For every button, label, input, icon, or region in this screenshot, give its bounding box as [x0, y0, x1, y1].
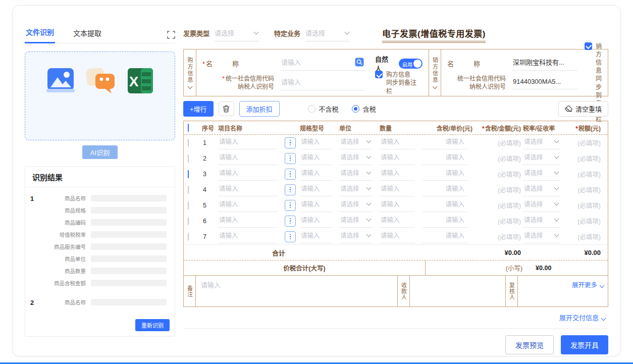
special-business-select[interactable]: 请选择 — [305, 27, 350, 41]
buyer-code-input[interactable]: 请输入 — [280, 76, 365, 90]
row-number: 2 — [202, 155, 218, 162]
tax-mode-radios: 不含税 含税 — [308, 104, 376, 114]
price-input[interactable]: 请输入 — [422, 214, 467, 228]
company-lookup-icon[interactable] — [355, 58, 364, 67]
rate-select[interactable]: 请选择 — [523, 136, 560, 149]
price-input[interactable]: 请输入 — [422, 151, 467, 165]
price-input[interactable]: 请输入 — [422, 230, 467, 243]
table-toolbar: +增行 添加折扣 不含税 含税 — [183, 101, 608, 117]
rerun-recognition-button[interactable]: 重新识别 — [135, 319, 170, 331]
rate-select[interactable]: 请选择 — [523, 214, 560, 228]
row-checkbox[interactable] — [188, 154, 189, 163]
spec-input[interactable]: 请输入 — [300, 198, 332, 212]
clear-refill-button[interactable]: 清空重填 — [558, 101, 608, 117]
expand-more-link[interactable]: 展开更多 — [572, 282, 605, 289]
row-number: 6 — [202, 218, 218, 225]
qty-input[interactable]: 请输入 — [380, 167, 415, 181]
seller-section-strip[interactable]: 销方信息 — [429, 49, 441, 96]
price-input[interactable]: 请输入 — [422, 183, 467, 196]
item-name-input[interactable]: 请输入 — [218, 183, 278, 196]
item-name-input[interactable]: 请输入 — [218, 198, 278, 212]
buyer-name-input[interactable]: 请输入 — [280, 56, 365, 71]
unit-select[interactable]: 请选择 — [339, 183, 373, 196]
buyer-section-strip[interactable]: 购方信息 — [184, 49, 196, 96]
item-name-input[interactable]: 请输入 — [218, 136, 278, 149]
qty-input[interactable]: 请输入 — [380, 214, 415, 228]
qty-input[interactable]: 请输入 — [380, 136, 415, 149]
remark-label: 备注 — [184, 276, 196, 306]
reviewer-label: 复核人 — [506, 276, 518, 306]
add-discount-button[interactable]: 添加折扣 — [239, 101, 280, 117]
buyer-sync-checkbox[interactable] — [375, 71, 383, 78]
ai-recognize-button[interactable]: AI识别 — [82, 145, 118, 159]
spec-picker-button[interactable] — [285, 216, 296, 227]
tab-text-extraction[interactable]: 文本提取 — [72, 28, 102, 43]
row-checkbox[interactable] — [188, 186, 189, 194]
spec-input[interactable]: 请输入 — [300, 167, 332, 181]
rate-select[interactable]: 请选择 — [523, 230, 560, 243]
spec-input[interactable]: 请输入 — [300, 183, 332, 196]
unit-select[interactable]: 请选择 — [339, 167, 373, 181]
add-row-button[interactable]: +增行 — [183, 101, 214, 117]
qty-input[interactable]: 请输入 — [380, 183, 415, 196]
spec-input[interactable]: 请输入 — [300, 230, 332, 243]
fullscreen-icon[interactable] — [167, 31, 175, 39]
qty-input[interactable]: 请输入 — [380, 198, 415, 212]
qty-input[interactable]: 请输入 — [380, 151, 415, 165]
select-all-checkbox[interactable] — [188, 124, 189, 132]
payee-field[interactable] — [410, 276, 506, 306]
row-checkbox[interactable] — [188, 233, 189, 241]
spec-picker-button[interactable] — [285, 169, 296, 180]
item-name-input[interactable]: 请输入 — [218, 167, 278, 181]
chevron-down-icon — [254, 30, 259, 35]
price-input[interactable]: 请输入 — [422, 198, 467, 212]
buyer-sync-checkbox-group[interactable]: 购方信息同步到备注栏 — [375, 71, 423, 95]
invoice-preview-button[interactable]: 发票预览 — [505, 335, 554, 354]
form-header: 发票类型 请选择 特定业务 请选择 电子发票(增值税专用发票) — [183, 27, 608, 43]
qty-input[interactable]: 请输入 — [380, 230, 415, 243]
spec-input[interactable]: 请输入 — [300, 151, 332, 165]
seller-sync-checkbox[interactable] — [585, 42, 592, 50]
spec-picker-button[interactable] — [285, 200, 296, 211]
spec-picker-button[interactable] — [285, 231, 296, 242]
unit-select[interactable]: 请选择 — [339, 198, 373, 212]
spec-picker-button[interactable] — [285, 137, 296, 148]
price-input[interactable]: 请输入 — [422, 167, 467, 181]
upload-dropzone[interactable]: X — [25, 51, 175, 140]
radio-tax-included[interactable]: 含税 — [352, 104, 376, 114]
tab-file-recognition[interactable]: 文件识别 — [25, 27, 55, 43]
result-group-index: 1 — [30, 194, 41, 291]
unit-select[interactable]: 请选择 — [339, 151, 373, 165]
unit-select[interactable]: 请选择 — [339, 214, 373, 228]
spec-input[interactable]: 请输入 — [300, 136, 332, 149]
result-field-row: 商品数量 — [41, 267, 167, 275]
price-input[interactable]: 请输入 — [422, 136, 467, 149]
rate-select[interactable]: 请选择 — [523, 167, 560, 181]
spec-picker-button[interactable] — [285, 184, 296, 195]
delete-rows-button[interactable] — [219, 101, 234, 116]
rate-select[interactable]: 请选择 — [523, 198, 560, 212]
item-name-input[interactable]: 请输入 — [218, 230, 278, 243]
unit-select[interactable]: 请选择 — [339, 136, 373, 149]
spec-picker-button[interactable] — [285, 153, 296, 164]
rate-select[interactable]: 请选择 — [523, 151, 560, 165]
invoice-type-select[interactable]: 请选择 — [215, 27, 259, 41]
radio-tax-excluded[interactable]: 不含税 — [308, 104, 339, 114]
remark-textarea[interactable]: 请输入 — [196, 276, 398, 306]
unit-select[interactable]: 请选择 — [339, 230, 373, 243]
item-name-input[interactable]: 请输入 — [218, 214, 278, 228]
row-checkbox[interactable] — [188, 170, 189, 178]
row-checkbox[interactable] — [188, 201, 189, 210]
seller-form: 名 称 深圳刚宝科技有... 统一社会信用代码纳税人识别号 91440300MA… — [441, 49, 608, 96]
natural-person-toggle[interactable]: 启用 — [399, 59, 423, 69]
item-name-input[interactable]: 请输入 — [218, 151, 278, 165]
expand-delivery-link[interactable]: 展开交付信息 — [559, 314, 606, 322]
seller-code-value[interactable]: 91440300MA5... — [512, 77, 577, 89]
row-checkbox[interactable] — [188, 139, 189, 147]
seller-name-value[interactable]: 深圳刚宝科技有... — [512, 56, 577, 71]
spec-input[interactable]: 请输入 — [300, 214, 332, 228]
result-group: 2商品名称 — [30, 298, 167, 310]
row-checkbox[interactable] — [188, 217, 189, 225]
rate-select[interactable]: 请选择 — [523, 183, 560, 196]
invoice-issue-button[interactable]: 发票开具 — [561, 335, 608, 354]
